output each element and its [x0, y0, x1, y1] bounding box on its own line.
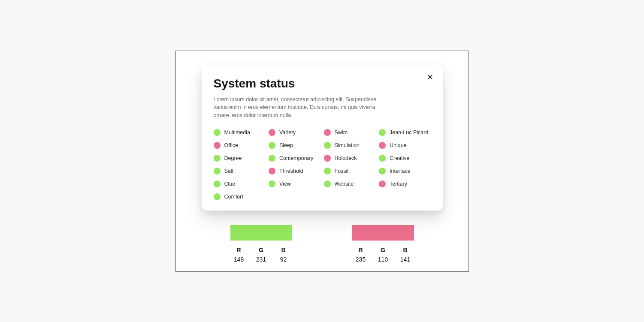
status-item: Creative	[379, 155, 431, 162]
status-item-label: Interface	[390, 168, 411, 174]
status-item-label: Creative	[390, 155, 410, 161]
close-button[interactable]: ✕	[426, 72, 435, 82]
status-item: Sleep	[269, 142, 320, 149]
status-item: Multimedia	[214, 129, 266, 136]
status-item-label: Simulation	[335, 142, 360, 148]
status-item: Degree	[214, 155, 266, 162]
status-item: Fossil	[324, 168, 376, 175]
status-dot-icon	[379, 181, 386, 187]
rgb-value: 231	[256, 256, 266, 263]
rgb-header: R	[236, 247, 241, 253]
system-status-dialog: ✕ System status Lorem ipsum dolor sit am…	[202, 65, 443, 211]
status-item: Simulation	[324, 142, 376, 149]
status-dot-icon	[324, 181, 331, 187]
status-item-label: Comfort	[224, 194, 243, 200]
rgb-value: 110	[378, 256, 388, 263]
swatch-rectangle	[352, 225, 414, 241]
close-icon: ✕	[427, 73, 433, 81]
dialog-title: System status	[214, 77, 431, 90]
status-item-label: Degree	[224, 155, 242, 161]
color-swatches: R148G231B92R235G110B141	[176, 225, 469, 263]
rgb-row: R148G231B92	[234, 247, 289, 263]
status-item-label: Unique	[390, 142, 407, 148]
status-dot-icon	[269, 181, 275, 187]
status-item-label: Holodeck	[335, 155, 357, 161]
status-item-label: Website	[335, 181, 354, 187]
status-dot-icon	[379, 168, 386, 175]
status-item-label: Salt	[224, 168, 234, 174]
status-item-label: Swim	[335, 129, 348, 135]
status-item: Contemporary	[269, 155, 320, 162]
rgb-column: B141	[400, 247, 411, 263]
status-item-label: View	[279, 181, 291, 187]
rgb-value: 92	[280, 256, 287, 263]
status-dot-icon	[269, 129, 275, 136]
status-dot-icon	[214, 142, 221, 149]
status-dot-icon	[379, 155, 386, 162]
rgb-row: R235G110B141	[356, 247, 411, 263]
app-frame: ✕ System status Lorem ipsum dolor sit am…	[175, 51, 469, 272]
status-item: Salt	[214, 168, 266, 175]
status-dot-icon	[214, 155, 221, 162]
rgb-value: 141	[400, 256, 410, 263]
status-item: Jean-Luc Picard	[379, 129, 431, 136]
status-dot-icon	[214, 129, 221, 136]
status-item: Variety	[269, 129, 320, 136]
status-item: Interface	[379, 168, 431, 175]
status-item: Tertiary	[379, 181, 431, 187]
color-swatch: R148G231B92	[230, 225, 292, 263]
status-item-label: Sleep	[279, 142, 293, 148]
status-item-label: Jean-Luc Picard	[390, 129, 428, 135]
status-dot-icon	[379, 129, 386, 136]
rgb-header: G	[259, 247, 263, 253]
rgb-column: R148	[234, 247, 244, 263]
status-dot-icon	[214, 181, 221, 187]
status-dot-icon	[269, 142, 275, 149]
status-dot-icon	[324, 155, 331, 162]
status-dot-icon	[269, 168, 275, 175]
rgb-column: G231	[256, 247, 266, 263]
rgb-value: 235	[356, 256, 366, 263]
status-item: Comfort	[214, 193, 266, 200]
status-item: View	[269, 181, 320, 187]
rgb-value: 148	[234, 256, 244, 263]
status-dot-icon	[269, 155, 275, 162]
status-item: Swim	[324, 129, 376, 136]
rgb-column: R235	[356, 247, 366, 263]
status-item-label: Office	[224, 142, 238, 148]
status-item-label: Variety	[279, 129, 296, 135]
swatch-rectangle	[230, 225, 292, 241]
status-dot-icon	[379, 142, 386, 149]
rgb-header: R	[358, 247, 363, 253]
status-dot-icon	[324, 129, 331, 136]
status-item-label: Tertiary	[390, 181, 407, 187]
status-item: Unique	[379, 142, 431, 149]
status-item: Threshold	[269, 168, 320, 175]
rgb-header: B	[403, 247, 407, 253]
status-item-label: Clue	[224, 181, 236, 187]
status-item: Clue	[214, 181, 266, 187]
rgb-header: G	[381, 247, 385, 253]
rgb-column: G110	[378, 247, 388, 263]
dialog-description: Lorem ipsum dolor sit amet, consectetur …	[214, 96, 385, 120]
status-item-label: Threshold	[279, 168, 303, 174]
rgb-column: B92	[278, 247, 289, 263]
status-item: Website	[324, 181, 376, 187]
color-swatch: R235G110B141	[352, 225, 414, 263]
status-item-label: Contemporary	[279, 155, 313, 161]
status-item: Office	[214, 142, 266, 149]
status-dot-icon	[324, 142, 331, 149]
status-dot-icon	[324, 168, 331, 175]
status-grid: MultimediaVarietySwimJean-Luc PicardOffi…	[214, 129, 431, 200]
status-dot-icon	[214, 193, 221, 200]
rgb-header: B	[281, 247, 285, 253]
status-item-label: Multimedia	[224, 129, 250, 135]
status-item-label: Fossil	[335, 168, 349, 174]
status-dot-icon	[214, 168, 221, 175]
status-item: Holodeck	[324, 155, 376, 162]
